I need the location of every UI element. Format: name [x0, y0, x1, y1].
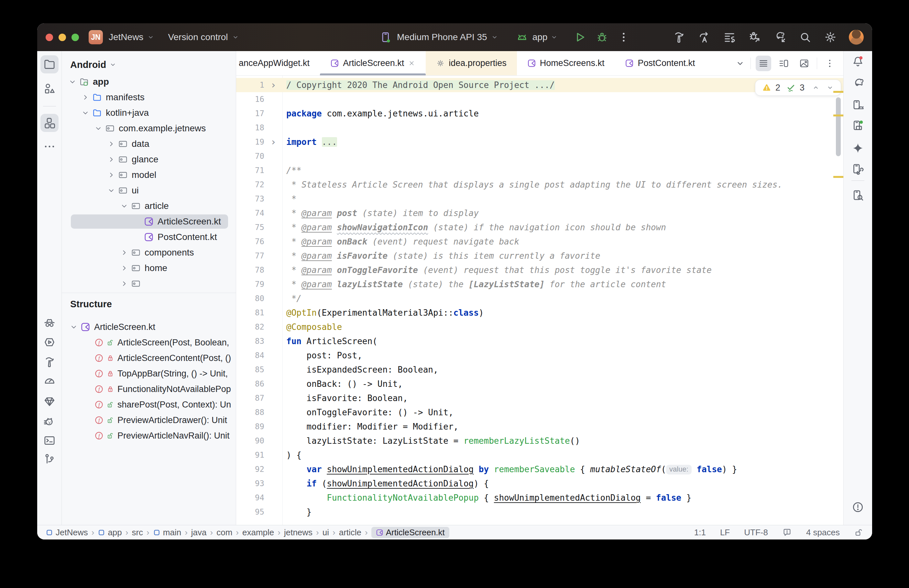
line-number[interactable]: 90 — [236, 436, 264, 445]
tool-profiler-gauge-button[interactable] — [40, 372, 58, 390]
structure-function-item[interactable]: f ArticleScreen(Post, Boolean, — [62, 335, 236, 350]
code-line-77[interactable]: 77 * @param isFavorite (state) is this i… — [236, 249, 843, 263]
tool-gemini-sparkle-button[interactable] — [849, 139, 867, 157]
code-line-78[interactable]: 78 * @param onToggleFavorite (event) req… — [236, 263, 843, 277]
sync-translate-button[interactable] — [697, 31, 711, 44]
code-line-91[interactable]: 91 ) { — [236, 448, 843, 462]
chevron-right-icon[interactable] — [106, 140, 117, 148]
code-line-72[interactable]: 72 * Stateless Article Screen that displ… — [236, 178, 843, 192]
structure-function-item[interactable]: f TopAppBar(String, () -> Unit, — [62, 366, 236, 381]
build-button[interactable] — [672, 31, 686, 44]
tool-notifications-bell-button[interactable] — [849, 52, 867, 71]
attach-debugger-button[interactable] — [748, 31, 762, 44]
line-number[interactable]: 73 — [236, 194, 264, 204]
line-number[interactable]: 75 — [236, 223, 264, 232]
tool-services-play-button[interactable] — [40, 333, 58, 351]
code-line-84[interactable]: 84 post: Post, — [236, 348, 843, 363]
tool-running-devices-phone-button[interactable] — [849, 116, 867, 134]
line-number[interactable]: 95 — [236, 507, 264, 517]
breadcrumb-src[interactable]: src — [132, 528, 143, 538]
caret-position[interactable]: 1:1 — [694, 528, 706, 538]
project-tree-item[interactable] — [62, 276, 236, 291]
breadcrumb-jetnews[interactable]: JetNews — [45, 528, 88, 538]
code-line-90[interactable]: 90 lazyListState: LazyListState = rememb… — [236, 434, 843, 448]
line-number[interactable]: 89 — [236, 422, 264, 431]
code-line-80[interactable]: 80 */ — [236, 291, 843, 305]
more-actions-button[interactable] — [617, 31, 630, 44]
code-line-74[interactable]: 74 * @param post (state) item to display — [236, 206, 843, 220]
tool-gradle-elephant-button[interactable] — [849, 74, 867, 92]
breadcrumb-jetnews[interactable]: jetnews — [284, 528, 313, 538]
code-line-95[interactable]: 95 } — [236, 505, 843, 519]
inspections-widget[interactable]: 2 3 — [756, 80, 841, 95]
tool-build-hammer-button[interactable] — [40, 353, 58, 371]
line-number[interactable]: 19 — [236, 137, 264, 147]
project-tree-item-com-example-jetnews[interactable]: com.example.jetnews — [62, 121, 236, 136]
code-line-82[interactable]: 82 @Composable — [236, 320, 843, 334]
code-line-79[interactable]: 79 * @param lazyListState (state) the [L… — [236, 277, 843, 291]
editor-scrollbar[interactable] — [836, 97, 841, 156]
chevron-right-icon[interactable] — [106, 171, 117, 179]
line-number[interactable]: 81 — [236, 308, 264, 317]
code-line-70[interactable]: 70 — [236, 149, 843, 163]
project-tree-item-data[interactable]: data — [62, 136, 236, 152]
line-number[interactable]: 1 — [236, 81, 264, 90]
code-line-76[interactable]: 76 * @param onBack (event) request navig… — [236, 234, 843, 249]
line-number[interactable]: 16 — [236, 95, 264, 104]
line-number[interactable]: 83 — [236, 337, 264, 346]
line-number[interactable]: 92 — [236, 465, 264, 474]
editor-tab-idea-properties[interactable]: idea.properties — [426, 51, 517, 75]
line-number[interactable]: 70 — [236, 152, 264, 161]
project-tree-item-kotlin-java[interactable]: kotlin+java — [62, 105, 236, 121]
line-number[interactable]: 94 — [236, 493, 264, 502]
project-tree-item-articlescreen-kt[interactable]: ArticleScreen.kt — [62, 214, 236, 229]
project-tree-item-model[interactable]: model — [62, 167, 236, 183]
code-line-88[interactable]: 88 onToggleFavorite: () -> Unit, — [236, 405, 843, 420]
tool-structure-grid-button[interactable] — [40, 114, 58, 132]
run-config-selector[interactable]: app — [533, 32, 548, 42]
chevron-down-icon[interactable] — [80, 109, 91, 117]
project-tree-item-postcontent-kt[interactable]: PostContent.kt — [62, 229, 236, 245]
editor-tab-homescreens-kt[interactable]: HomeScreens.kt — [517, 51, 615, 75]
code-line-1[interactable]: 1 › / Copyright 2020 The Android Open So… — [236, 78, 843, 92]
code-line-86[interactable]: 86 onBack: () -> Unit, — [236, 377, 843, 391]
tool-gem-diamond-button[interactable] — [40, 393, 58, 410]
settings-button[interactable] — [823, 31, 837, 44]
chevron-right-icon[interactable] — [80, 93, 91, 102]
device-selector[interactable]: Medium Phone API 35 — [397, 32, 487, 42]
breadcrumb-articlescreen-kt[interactable]: ArticleScreen.kt — [371, 527, 449, 538]
code-line-85[interactable]: 85 isExpandedScreen: Boolean, — [236, 363, 843, 377]
chevron-down-icon[interactable] — [550, 33, 558, 41]
code-line-89[interactable]: 89 modifier: Modifier = Modifier, — [236, 420, 843, 434]
user-avatar[interactable] — [849, 30, 864, 45]
editor-tab-articlescreen-kt[interactable]: ArticleScreen.kt — [320, 51, 426, 75]
line-number[interactable]: 79 — [236, 280, 264, 289]
structure-function-item[interactable]: f FunctionalityNotAvailablePop — [62, 381, 236, 397]
structure-root-item[interactable]: ArticleScreen.kt — [62, 319, 236, 335]
project-tree-item-manifests[interactable]: manifests — [62, 90, 236, 105]
maximize-window-button[interactable] — [71, 34, 79, 41]
tool-device-explorer-search-button[interactable] — [849, 186, 867, 204]
line-number[interactable]: 88 — [236, 408, 264, 417]
close-tab-icon[interactable] — [408, 60, 415, 67]
breadcrumb-article[interactable]: article — [339, 528, 361, 538]
breadcrumb-ui[interactable]: ui — [323, 528, 329, 538]
design-view-button[interactable] — [796, 56, 812, 71]
search-everywhere-button[interactable] — [798, 31, 812, 44]
tool-project-folder-button[interactable] — [40, 55, 58, 73]
tool-commit-shapes-button[interactable] — [40, 79, 58, 98]
code-line-81[interactable]: 81 @OptIn(ExperimentalMaterial3Api::clas… — [236, 305, 843, 320]
tab-options-button[interactable] — [822, 56, 838, 71]
structure-function-item[interactable]: f sharePost(Post, Context): Un — [62, 397, 236, 412]
line-number[interactable]: 87 — [236, 394, 264, 403]
chevron-right-icon[interactable] — [119, 279, 130, 288]
line-number[interactable]: 77 — [236, 251, 264, 260]
fold-arrow-icon[interactable]: › — [264, 80, 283, 90]
code-line-94[interactable]: 94 FunctionalityNotAvailablePopup { show… — [236, 491, 843, 505]
code-line-16[interactable]: 16 — [236, 92, 843, 107]
line-separator[interactable]: LF — [720, 528, 730, 538]
inspections-status-icon[interactable] — [782, 528, 792, 537]
code-line-71[interactable]: 71 /** — [236, 163, 843, 178]
line-number[interactable]: 82 — [236, 323, 264, 331]
editor-tab-anceappwidget-kt[interactable]: anceAppWidget.kt — [236, 51, 320, 75]
